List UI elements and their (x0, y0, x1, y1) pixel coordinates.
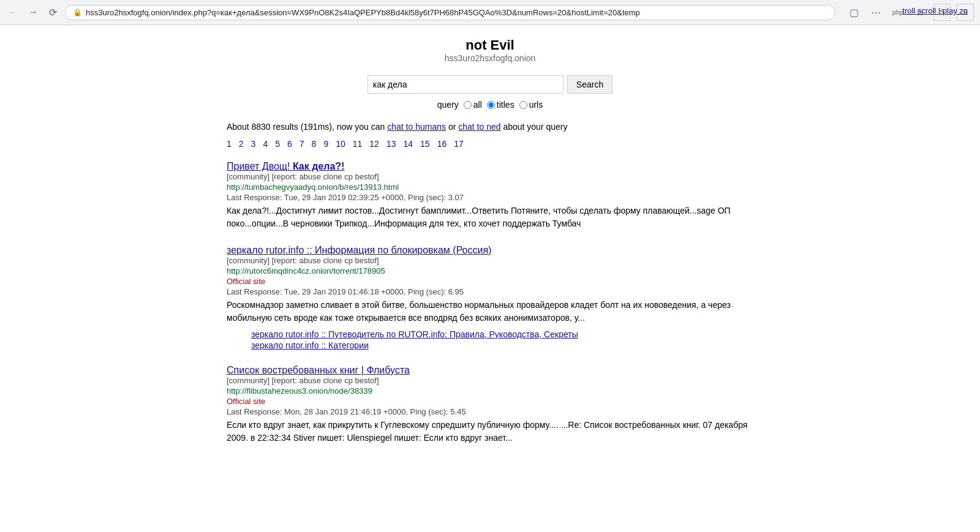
all-option[interactable]: all (464, 100, 482, 110)
query-label: query (437, 100, 459, 110)
urls-radio[interactable] (519, 101, 527, 109)
results-container: Привет Двощ! Как дела?![community] [repo… (227, 161, 753, 444)
pagination: 1 2 3 4 5 6 7 8 9 10 11 12 13 14 15 16 1… (227, 139, 753, 149)
page-link-13[interactable]: 13 (386, 139, 396, 149)
page-link-10[interactable]: 10 (336, 139, 345, 149)
search-input[interactable] (368, 75, 564, 94)
result-snippet-1: Роскомнадзор заметно сливает в этой битв… (227, 299, 753, 324)
search-options: query all titles urls (227, 100, 753, 110)
page-link-3[interactable]: 3 (251, 139, 256, 149)
page-link-5[interactable]: 5 (275, 139, 280, 149)
page-link-1[interactable]: 1 (227, 139, 232, 149)
browser-toolbar: ← → ⟳ 🔒 hss3uro2hsxfogfq.onion/index.php… (0, 0, 980, 24)
page-link-17[interactable]: 17 (454, 139, 464, 149)
result-official-2: Official site (227, 397, 753, 406)
page-link-14[interactable]: 14 (403, 139, 413, 149)
address-bar[interactable]: 🔒 hss3uro2hsxfogfq.onion/index.php?q=как… (65, 5, 835, 20)
results-text-middle: or (446, 122, 458, 132)
page-content: not Evil hss3uro2hsxfogfq.onion Search q… (214, 25, 766, 471)
result-meta-1: [community] [report: abuse clone cp best… (227, 256, 753, 265)
result-item-2: Список востребованных книг | Флибуста[co… (227, 365, 753, 444)
menu-button[interactable]: ⋯ (867, 4, 884, 21)
result-meta-0: [community] [report: abuse clone cp best… (227, 172, 753, 181)
top-right-links: troll scroll | play zo (902, 6, 968, 15)
result-ping-1: Last Response: Tue, 29 Jan 2019 01:46:18… (227, 287, 753, 296)
result-official-1: Official site (227, 277, 753, 286)
page-link-16[interactable]: 16 (437, 139, 447, 149)
urls-option[interactable]: urls (519, 100, 543, 110)
result-ping-0: Last Response: Tue, 29 Jan 2019 02:39:25… (227, 193, 753, 202)
forward-button[interactable]: → (26, 5, 40, 20)
result-snippet-0: Как дела?!...Достигнут лимит постов...До… (227, 204, 753, 230)
result-url-0: http://tumbachegvyaadyq.onion/b/res/1391… (227, 182, 753, 192)
page-link-12[interactable]: 12 (369, 139, 379, 149)
result-title-2[interactable]: Список востребованных книг | Флибуста (227, 365, 410, 375)
page-link-2[interactable]: 2 (239, 139, 244, 149)
page-link-8[interactable]: 8 (312, 139, 317, 149)
site-url: hss3uro2hsxfogfq.onion (227, 53, 753, 63)
result-ping-2: Last Response: Mon, 28 Jan 2019 21:46:19… (227, 407, 753, 416)
result-title-1[interactable]: зеркало rutor.info :: Информация по блок… (227, 245, 491, 255)
result-meta-2: [community] [report: abuse clone cp best… (227, 376, 753, 385)
lock-icon: 🔒 (73, 8, 82, 17)
page-link-11[interactable]: 11 (353, 139, 363, 149)
results-text-before: About 8830 results (191ms), now you can (227, 122, 387, 132)
titles-radio[interactable] (487, 101, 495, 109)
sub-result-link-1-1[interactable]: зеркало rutor.info :: Категории (251, 340, 753, 350)
result-title-0[interactable]: Привет Двощ! Как дела?! (227, 161, 344, 171)
page-link-4[interactable]: 4 (263, 139, 268, 149)
reload-button[interactable]: ⟳ (45, 5, 60, 20)
results-info: About 8830 results (191ms), now you can … (227, 122, 753, 132)
result-item-0: Привет Двощ! Как дела?![community] [repo… (227, 161, 753, 230)
search-form: Search (227, 75, 753, 94)
result-snippet-2: Если кто вдруг знает, как прикрутить к Г… (227, 419, 753, 444)
site-header: not Evil hss3uro2hsxfogfq.onion (227, 37, 753, 63)
extensions-button[interactable]: ▢ (845, 4, 862, 21)
titles-option[interactable]: titles (487, 100, 514, 110)
back-button[interactable]: ← (6, 5, 21, 20)
result-url-1: http://rutorc6mqdinc4cz.onion/torrent/17… (227, 266, 753, 275)
result-url-2: http://flibustahezeous3.onion/node/38339 (227, 386, 753, 395)
sub-results-1: зеркало rutor.info :: Путеводитель по RU… (251, 329, 753, 350)
all-radio[interactable] (464, 101, 472, 109)
chat-humans-link[interactable]: chat to humans (387, 122, 446, 132)
result-item-1: зеркало rutor.info :: Информация по блок… (227, 245, 753, 350)
site-title: not Evil (227, 37, 753, 53)
page-link-6[interactable]: 6 (287, 139, 292, 149)
troll-scroll-link[interactable]: troll scroll | play zo (902, 6, 968, 15)
sub-result-link-1-0[interactable]: зеркало rutor.info :: Путеводитель по RU… (251, 329, 753, 339)
chat-ned-link[interactable]: chat to ned (458, 122, 500, 132)
browser-chrome: ← → ⟳ 🔒 hss3uro2hsxfogfq.onion/index.php… (0, 0, 980, 25)
page-link-15[interactable]: 15 (420, 139, 430, 149)
address-text: hss3uro2hsxfogfq.onion/index.php?q=как+д… (86, 8, 827, 17)
results-text-after: about your query (501, 122, 568, 132)
page-link-9[interactable]: 9 (323, 139, 328, 149)
search-button[interactable]: Search (567, 75, 612, 94)
page-link-7[interactable]: 7 (300, 139, 304, 149)
